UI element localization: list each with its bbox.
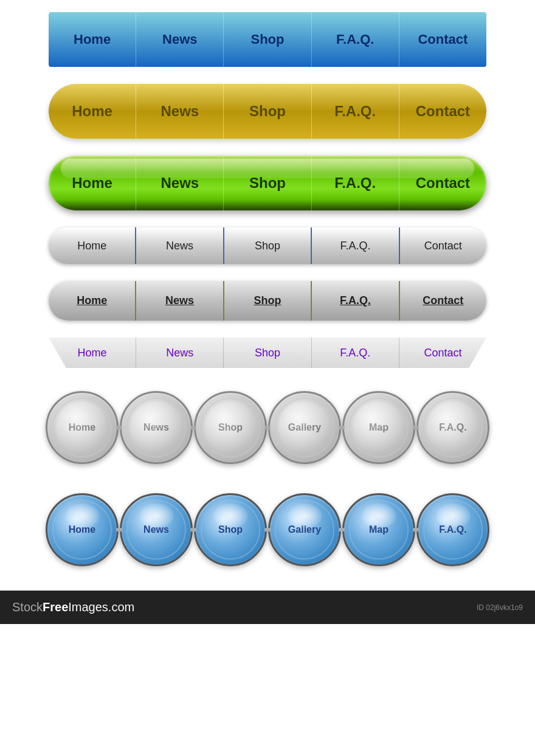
footer-id: ID 02j6vkx1o9 xyxy=(477,603,523,612)
nav2-faq[interactable]: F.A.Q. xyxy=(312,84,399,139)
connector xyxy=(339,426,345,429)
nav1-contact[interactable]: Contact xyxy=(399,12,486,67)
footer-brand-images: Images.com xyxy=(68,600,134,614)
nav2-home[interactable]: Home xyxy=(49,84,136,139)
connector xyxy=(413,528,419,532)
circle-gray-news[interactable]: News xyxy=(120,391,193,464)
navbar-silver-underline: Home News Shop F.A.Q. Contact xyxy=(49,281,486,321)
nav3-news[interactable]: News xyxy=(136,156,224,210)
connector xyxy=(190,528,196,532)
nav5-news[interactable]: News xyxy=(136,281,224,321)
nav6-news[interactable]: News xyxy=(136,338,224,368)
nav3-faq[interactable]: F.A.Q. xyxy=(312,156,399,210)
circle-gray-faq[interactable]: F.A.Q. xyxy=(416,391,489,464)
connector xyxy=(339,528,345,532)
circle-gray-home[interactable]: Home xyxy=(46,391,119,464)
nav1-news[interactable]: News xyxy=(136,12,224,67)
navbar-silver-blue: Home News Shop F.A.Q. Contact xyxy=(49,227,486,264)
footer-brand: StockFreeImages.com xyxy=(12,600,134,614)
nav6-home[interactable]: Home xyxy=(49,338,136,368)
circle-inner-blue: Home News Shop Gallery Map F.A.Q. xyxy=(46,493,489,566)
nav6-faq[interactable]: F.A.Q. xyxy=(312,338,399,368)
circle-blue-home[interactable]: Home xyxy=(46,493,119,566)
nav1-faq[interactable]: F.A.Q. xyxy=(312,12,399,67)
connector xyxy=(264,528,271,532)
nav5-faq[interactable]: F.A.Q. xyxy=(312,281,399,321)
connector xyxy=(190,426,196,429)
circle-gray-shop[interactable]: Shop xyxy=(194,391,267,464)
nav4-news[interactable]: News xyxy=(136,227,224,264)
circle-blue-gallery[interactable]: Gallery xyxy=(268,493,341,566)
nav5-shop[interactable]: Shop xyxy=(224,281,312,321)
nav2-news[interactable]: News xyxy=(136,84,224,139)
footer-brand-stock: Stock xyxy=(12,600,43,614)
connector xyxy=(116,426,122,429)
nav3-shop[interactable]: Shop xyxy=(224,156,311,210)
connector xyxy=(413,426,419,429)
footer-brand-free: Free xyxy=(43,600,68,614)
nav6-contact[interactable]: Contact xyxy=(399,338,486,368)
nav4-shop[interactable]: Shop xyxy=(224,227,312,264)
circle-row-gray: Home News Shop Gallery Map F.A.Q. xyxy=(0,385,535,470)
circle-inner-gray: Home News Shop Gallery Map F.A.Q. xyxy=(46,391,489,464)
nav-showcase: Home News Shop F.A.Q. Contact Home News … xyxy=(0,12,535,572)
connector xyxy=(264,426,271,429)
navbar-green: Home News Shop F.A.Q. Contact xyxy=(49,156,486,210)
nav2-contact[interactable]: Contact xyxy=(399,84,486,139)
nav1-home[interactable]: Home xyxy=(49,12,136,67)
nav5-home[interactable]: Home xyxy=(49,281,136,321)
navbar-blue: Home News Shop F.A.Q. Contact xyxy=(49,12,486,67)
circle-blue-map[interactable]: Map xyxy=(342,493,415,566)
nav2-shop[interactable]: Shop xyxy=(224,84,311,139)
circle-row-blue: Home News Shop Gallery Map F.A.Q. xyxy=(0,487,535,572)
connector xyxy=(116,528,122,532)
nav4-faq[interactable]: F.A.Q. xyxy=(312,227,399,264)
nav3-home[interactable]: Home xyxy=(49,156,136,210)
nav4-home[interactable]: Home xyxy=(49,227,136,264)
circle-blue-faq[interactable]: F.A.Q. xyxy=(416,493,489,566)
navbar-gold: Home News Shop F.A.Q. Contact xyxy=(49,84,486,139)
nav5-contact[interactable]: Contact xyxy=(400,281,486,321)
nav4-contact[interactable]: Contact xyxy=(400,227,486,264)
nav6-shop[interactable]: Shop xyxy=(224,338,311,368)
nav3-contact[interactable]: Contact xyxy=(399,156,486,210)
nav1-shop[interactable]: Shop xyxy=(224,12,311,67)
circle-gray-gallery[interactable]: Gallery xyxy=(268,391,341,464)
circle-gray-map[interactable]: Map xyxy=(342,391,415,464)
navbar-ribbon-purple: Home News Shop F.A.Q. Contact xyxy=(49,338,486,368)
footer: StockFreeImages.com ID 02j6vkx1o9 xyxy=(0,591,535,624)
circle-blue-news[interactable]: News xyxy=(120,493,193,566)
circle-blue-shop[interactable]: Shop xyxy=(194,493,267,566)
